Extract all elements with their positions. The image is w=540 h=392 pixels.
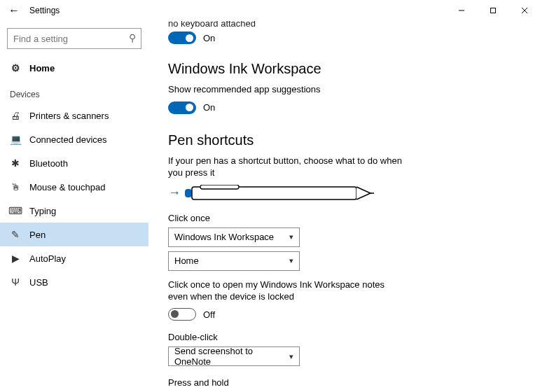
- toggle-state-label: On: [203, 33, 215, 43]
- titlebar: ← Settings: [0, 0, 540, 21]
- pen-icon: ✎: [8, 229, 22, 240]
- click-once-select[interactable]: Windows Ink Workspace ▾: [168, 227, 300, 247]
- sidebar-item-label: Bluetooth: [29, 158, 68, 169]
- mouse-icon: 🖱: [8, 181, 22, 192]
- windows-ink-title: Windows Ink Workspace: [168, 61, 540, 77]
- no-keyboard-toggle[interactable]: [168, 31, 196, 44]
- toggle-state-label: Off: [203, 309, 215, 320]
- sidebar-item-usb[interactable]: Ψ USB: [0, 270, 148, 294]
- chevron-down-icon: ▾: [289, 352, 293, 361]
- chevron-down-icon: ▾: [289, 256, 293, 265]
- sidebar-item-label: Printers & scanners: [29, 111, 109, 121]
- sidebar: ⚲ ⚙ Home Devices 🖨 Printers & scanners 💻…: [0, 21, 148, 392]
- sidebar-item-label: USB: [29, 277, 48, 288]
- sidebar-item-label: Typing: [29, 206, 56, 216]
- ink-suggestions-label: Show recommended app suggestions: [168, 84, 406, 96]
- search-box[interactable]: ⚲: [7, 28, 141, 49]
- pen-shortcuts-desc: If your pen has a shortcut button, choos…: [168, 155, 406, 179]
- sidebar-item-typing[interactable]: ⌨ Typing: [0, 199, 148, 223]
- pen-image: [185, 185, 374, 202]
- minimize-button[interactable]: [445, 0, 477, 21]
- sidebar-item-label: AutoPlay: [29, 253, 66, 264]
- keyboard-icon: ⌨: [8, 205, 22, 216]
- search-input[interactable]: [7, 28, 141, 49]
- double-click-label: Double-click: [168, 332, 540, 342]
- sidebar-item-label: Pen: [29, 230, 46, 240]
- content-area: no keyboard attached On Windows Ink Work…: [148, 21, 540, 392]
- back-button[interactable]: ←: [0, 0, 28, 21]
- autoplay-icon: ▶: [8, 253, 22, 264]
- close-button[interactable]: [508, 0, 540, 21]
- caption-buttons: [445, 0, 540, 21]
- pen-shortcuts-title: Pen shortcuts: [168, 132, 540, 148]
- chevron-down-icon: ▾: [289, 232, 293, 241]
- app-title: Settings: [29, 6, 60, 15]
- printer-icon: 🖨: [8, 110, 22, 121]
- maximize-button[interactable]: [477, 0, 508, 21]
- select-value: Send screenshot to OneNote: [174, 346, 289, 367]
- sidebar-item-connected-devices[interactable]: 💻 Connected devices: [0, 127, 148, 151]
- truncated-setting-label: no keyboard attached: [168, 21, 540, 29]
- pen-illustration: →: [168, 185, 540, 202]
- press-hold-label: Press and hold: [168, 377, 540, 388]
- sidebar-item-mouse[interactable]: 🖱 Mouse & touchpad: [0, 175, 148, 199]
- svg-rect-1: [490, 8, 495, 13]
- arrow-right-icon: →: [168, 186, 181, 200]
- click-once-sub-select[interactable]: Home ▾: [168, 251, 300, 271]
- bluetooth-icon: ✱: [8, 158, 22, 169]
- toggle-state-label: On: [203, 102, 215, 113]
- sidebar-item-label: Home: [29, 63, 55, 74]
- click-once-label: Click once: [168, 213, 540, 223]
- search-icon: ⚲: [129, 32, 136, 43]
- click-once-locked-label: Click once to open my Windows Ink Worksp…: [168, 279, 406, 303]
- select-value: Home: [174, 255, 199, 266]
- double-click-select[interactable]: Send screenshot to OneNote ▾: [168, 346, 300, 366]
- sidebar-item-label: Mouse & touchpad: [29, 182, 105, 192]
- sidebar-item-autoplay[interactable]: ▶ AutoPlay: [0, 246, 148, 270]
- svg-rect-7: [200, 185, 239, 189]
- usb-icon: Ψ: [8, 276, 22, 288]
- sidebar-item-pen[interactable]: ✎ Pen: [0, 223, 148, 246]
- ink-suggestions-toggle[interactable]: [168, 102, 196, 114]
- click-once-locked-toggle[interactable]: [168, 308, 196, 321]
- gear-icon: ⚙: [8, 62, 22, 74]
- svg-rect-4: [185, 189, 192, 197]
- select-value: Windows Ink Workspace: [174, 232, 274, 242]
- sidebar-item-printers[interactable]: 🖨 Printers & scanners: [0, 104, 148, 127]
- connected-devices-icon: 💻: [8, 134, 22, 145]
- sidebar-home[interactable]: ⚙ Home: [0, 56, 148, 80]
- sidebar-section-header: Devices: [0, 80, 148, 104]
- sidebar-item-label: Connected devices: [29, 134, 107, 145]
- sidebar-item-bluetooth[interactable]: ✱ Bluetooth: [0, 151, 148, 175]
